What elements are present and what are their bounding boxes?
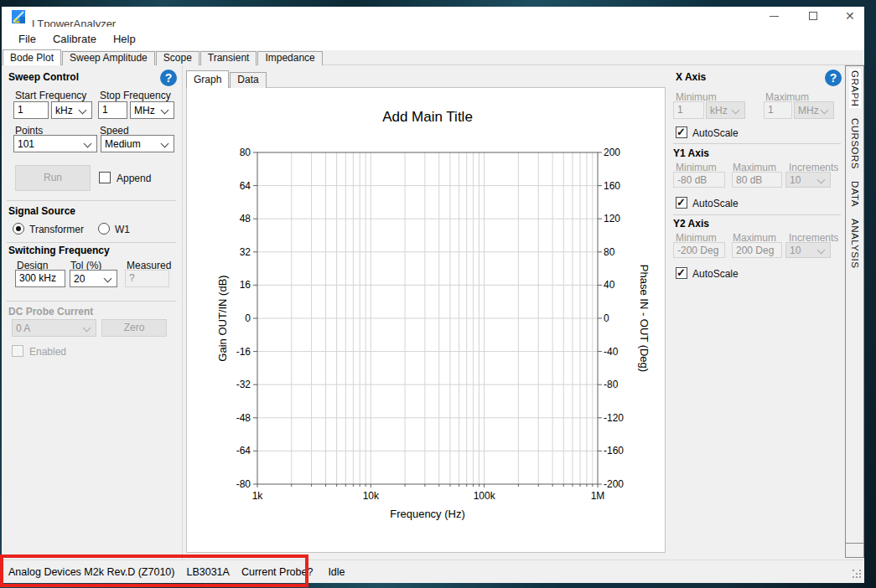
sweep-control-heading: Sweep Control bbox=[8, 71, 79, 83]
close-icon: ✕ bbox=[845, 9, 855, 23]
x-autoscale-label: AutoScale bbox=[692, 127, 739, 139]
svg-text:1k: 1k bbox=[252, 490, 264, 502]
svg-text:48: 48 bbox=[240, 213, 251, 224]
svg-text:Phase IN - OUT (Deg): Phase IN - OUT (Deg) bbox=[638, 265, 651, 372]
start-frequency-unit-select[interactable]: kHz bbox=[51, 101, 92, 119]
x-autoscale-checkbox[interactable] bbox=[676, 126, 687, 138]
svg-text:-80: -80 bbox=[604, 379, 619, 390]
y1-autoscale-checkbox[interactable] bbox=[676, 197, 687, 209]
svg-text:80: 80 bbox=[240, 147, 251, 158]
dropdown-arrow-icon bbox=[821, 106, 829, 115]
y2-autoscale-checkbox[interactable] bbox=[676, 267, 687, 279]
section-divider bbox=[7, 242, 176, 243]
y1-minimum-input: -80 dB bbox=[673, 172, 725, 188]
svg-text:-32: -32 bbox=[236, 379, 251, 390]
zero-button: Zero bbox=[101, 319, 167, 337]
x-minimum-unit-select: kHz bbox=[706, 101, 745, 119]
transformer-label: Transformer bbox=[29, 224, 84, 235]
transformer-radio[interactable] bbox=[13, 223, 24, 235]
menu-calibrate[interactable]: Calibrate bbox=[44, 29, 105, 49]
close-button[interactable]: ✕ bbox=[838, 8, 863, 25]
sweep-help-icon[interactable] bbox=[160, 70, 177, 86]
dc-probe-heading: DC Probe Current bbox=[8, 306, 93, 317]
points-select[interactable]: 101 bbox=[13, 135, 97, 152]
side-tab-cursors[interactable]: CURSORS bbox=[849, 116, 861, 171]
minimize-icon bbox=[770, 16, 779, 17]
status-device: Analog Devices M2k Rev.D (Z7010) bbox=[8, 566, 174, 578]
x-maximum-input: 1 bbox=[764, 101, 792, 119]
minimize-button[interactable] bbox=[761, 8, 786, 25]
append-label: Append bbox=[117, 173, 151, 184]
svg-text:1M: 1M bbox=[591, 490, 605, 502]
main-tab-strip: Bode Plot Sweep Amplitude Scope Transien… bbox=[3, 49, 324, 65]
side-tab-analysis[interactable]: ANALYSIS bbox=[849, 217, 861, 270]
maximize-button[interactable] bbox=[801, 8, 826, 25]
enabled-label: Enabled bbox=[29, 346, 66, 358]
svg-text:64: 64 bbox=[240, 180, 251, 192]
axes-help-icon[interactable] bbox=[825, 70, 842, 86]
resize-grip[interactable] bbox=[853, 570, 863, 580]
y2-minimum-input: -200 Deg bbox=[673, 242, 725, 258]
speed-select[interactable]: Medium bbox=[101, 135, 174, 152]
start-frequency-label: Start Frequency bbox=[15, 90, 86, 101]
graph-canvas: 8020064160481203280164000-16-40-32-80-48… bbox=[186, 87, 666, 553]
stop-frequency-unit-select[interactable]: MHz bbox=[130, 101, 174, 119]
section-divider bbox=[673, 143, 841, 144]
svg-text:-160: -160 bbox=[604, 445, 624, 456]
side-tab-graph[interactable]: GRAPH bbox=[849, 69, 861, 108]
status-state: Idle bbox=[328, 566, 345, 578]
switching-frequency-heading: Switching Frequency bbox=[8, 245, 110, 256]
bode-chart-svg: 8020064160481203280164000-16-40-32-80-48… bbox=[187, 88, 665, 552]
design-input[interactable]: 300 kHz bbox=[15, 270, 65, 287]
measured-value-field: ? bbox=[125, 270, 169, 287]
w1-radio[interactable] bbox=[98, 223, 110, 235]
menu-help[interactable]: Help bbox=[105, 29, 144, 49]
side-tab-data[interactable]: DATA bbox=[849, 179, 861, 209]
svg-text:Add Main Title: Add Main Title bbox=[382, 109, 473, 125]
section-divider bbox=[673, 214, 841, 215]
y1-maximum-input: 80 dB bbox=[732, 172, 782, 188]
tab-graph[interactable]: Graph bbox=[186, 70, 229, 88]
y1-increments-select: 10 bbox=[785, 172, 831, 188]
svg-text:-120: -120 bbox=[604, 412, 624, 424]
tab-bode-plot[interactable]: Bode Plot bbox=[3, 49, 61, 65]
svg-text:-200: -200 bbox=[604, 478, 624, 490]
dropdown-arrow-icon bbox=[79, 106, 87, 115]
dc-probe-current-select: 0 A bbox=[12, 319, 96, 337]
x-minimum-input: 1 bbox=[673, 101, 704, 119]
section-divider bbox=[7, 301, 176, 302]
y1-autoscale-label: AutoScale bbox=[692, 198, 739, 209]
run-button[interactable]: Run bbox=[15, 165, 91, 191]
stop-frequency-input[interactable]: 1 bbox=[98, 101, 127, 119]
stop-frequency-label: Stop Frequency bbox=[100, 90, 171, 101]
svg-text:120: 120 bbox=[604, 213, 620, 224]
svg-text:200: 200 bbox=[604, 147, 620, 158]
dropdown-arrow-icon bbox=[83, 324, 91, 333]
y2-autoscale-label: AutoScale bbox=[692, 268, 739, 280]
start-frequency-input[interactable]: 1 bbox=[13, 101, 49, 119]
tab-sweep-amplitude[interactable]: Sweep Amplitude bbox=[62, 51, 155, 65]
tol-select[interactable]: 20 bbox=[70, 270, 117, 287]
graph-tab-strip: Graph Data bbox=[186, 70, 267, 88]
enabled-checkbox bbox=[12, 345, 23, 357]
app-logo-icon bbox=[12, 10, 25, 23]
dropdown-arrow-icon bbox=[104, 275, 112, 283]
menu-file[interactable]: File bbox=[10, 29, 44, 49]
x-axis-heading: X Axis bbox=[676, 71, 706, 83]
svg-text:-80: -80 bbox=[236, 478, 251, 490]
tab-data[interactable]: Data bbox=[230, 72, 266, 88]
tab-scope[interactable]: Scope bbox=[156, 51, 200, 65]
svg-text:-16: -16 bbox=[236, 346, 251, 358]
desktop-background: LTpowerAnalyzer ✕ File Calibrate Help Bo… bbox=[0, 0, 876, 588]
svg-text:32: 32 bbox=[240, 246, 251, 258]
y2-increments-select: 10 bbox=[785, 242, 831, 258]
side-tab-strip-end bbox=[845, 543, 864, 558]
svg-text:100k: 100k bbox=[474, 490, 496, 502]
tab-impedance[interactable]: Impedance bbox=[257, 51, 322, 65]
dropdown-arrow-icon bbox=[817, 246, 826, 255]
tab-transient[interactable]: Transient bbox=[200, 51, 257, 65]
svg-text:80: 80 bbox=[604, 246, 615, 258]
dropdown-arrow-icon bbox=[732, 106, 740, 115]
left-panel-divider bbox=[182, 65, 183, 560]
append-checkbox[interactable] bbox=[99, 172, 111, 183]
